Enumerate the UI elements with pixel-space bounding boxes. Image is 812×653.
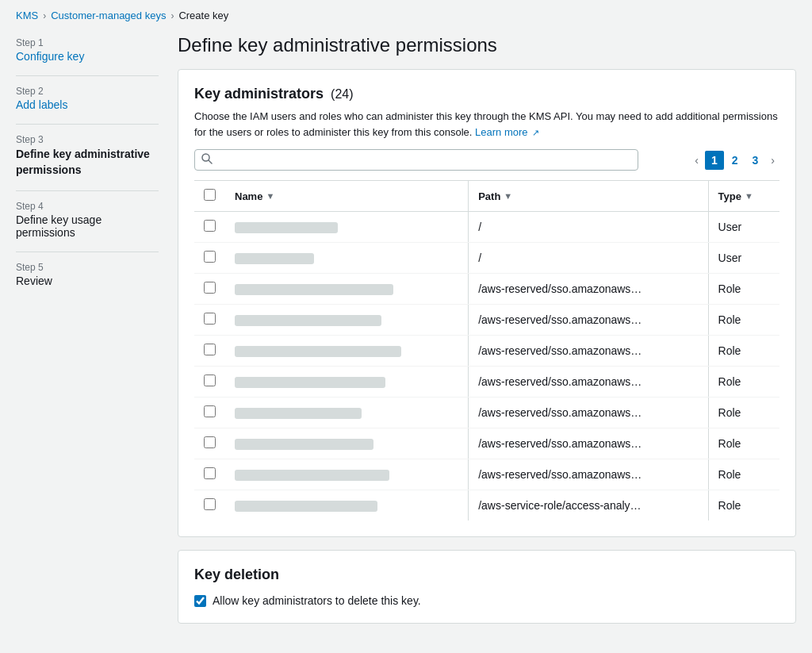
sidebar-add-labels-link[interactable]: Add labels xyxy=(16,98,159,111)
row-name-cell xyxy=(225,274,469,305)
row-checkbox-cell[interactable] xyxy=(194,428,225,459)
allow-deletion-checkbox[interactable] xyxy=(194,595,206,607)
breadcrumb: KMS › Customer-managed keys › Create key xyxy=(0,0,812,31)
sidebar-configure-key-link[interactable]: Configure key xyxy=(16,50,159,63)
sidebar-step-3-label: Step 3 xyxy=(16,134,159,145)
redacted-name xyxy=(235,439,373,450)
row-checkbox[interactable] xyxy=(204,467,216,479)
table-header-row: Name ▼ Path ▼ xyxy=(194,181,779,212)
sidebar-step-4: Step 4 Define key usage permissions xyxy=(16,201,159,239)
table-row: /User xyxy=(194,243,779,274)
row-checkbox-cell[interactable] xyxy=(194,274,225,305)
row-checkbox-cell[interactable] xyxy=(194,305,225,336)
main-content: Define key administrative permissions Ke… xyxy=(178,31,796,643)
row-checkbox[interactable] xyxy=(204,436,216,448)
redacted-name xyxy=(235,222,338,233)
table-row: /aws-reserved/sso.amazonaws…Role xyxy=(194,305,779,336)
row-type-cell: Role xyxy=(708,459,779,490)
search-icon xyxy=(201,153,213,167)
row-path-cell: /aws-reserved/sso.amazonaws… xyxy=(469,459,708,490)
type-sort-icon[interactable]: ▼ xyxy=(745,191,753,201)
search-bar[interactable] xyxy=(194,149,638,171)
row-name-cell xyxy=(225,336,469,367)
sidebar: Step 1 Configure key Step 2 Add labels S… xyxy=(16,31,159,643)
search-pagination-row: ‹ 1 2 3 › xyxy=(194,149,779,180)
page-title: Define key administrative permissions xyxy=(178,34,796,56)
breadcrumb-separator-1: › xyxy=(43,10,46,21)
learn-more-link[interactable]: Learn more ↗ xyxy=(475,126,539,138)
row-checkbox-cell[interactable] xyxy=(194,398,225,428)
redacted-name xyxy=(235,408,362,419)
row-checkbox-cell[interactable] xyxy=(194,336,225,367)
pagination: ‹ 1 2 3 › xyxy=(690,151,779,170)
key-deletion-title: Key deletion xyxy=(194,567,779,583)
row-type-cell: Role xyxy=(708,305,779,336)
th-select-all[interactable] xyxy=(194,181,225,212)
key-administrators-card: Key administrators (24) Choose the IAM u… xyxy=(178,69,796,537)
name-sort-icon[interactable]: ▼ xyxy=(266,191,274,201)
row-checkbox-cell[interactable] xyxy=(194,212,225,243)
breadcrumb-separator-2: › xyxy=(170,10,174,21)
redacted-name xyxy=(235,315,381,326)
breadcrumb-kms-link[interactable]: KMS xyxy=(16,10,38,21)
row-name-cell xyxy=(225,367,469,398)
breadcrumb-cmk-link[interactable]: Customer-managed keys xyxy=(51,10,166,21)
pagination-page-2[interactable]: 2 xyxy=(726,151,745,170)
table-wrapper: Name ▼ Path ▼ xyxy=(194,180,779,520)
pagination-prev-btn[interactable]: ‹ xyxy=(690,151,703,170)
table-row: /aws-reserved/sso.amazonaws…Role xyxy=(194,459,779,490)
administrators-table: Name ▼ Path ▼ xyxy=(194,181,779,520)
sidebar-step-3: Step 3 Define key administrative permiss… xyxy=(16,134,159,178)
table-row: /aws-reserved/sso.amazonaws…Role xyxy=(194,336,779,367)
sidebar-step-1: Step 1 Configure key xyxy=(16,37,159,63)
row-path-cell: /aws-reserved/sso.amazonaws… xyxy=(469,336,708,367)
row-name-cell xyxy=(225,459,469,490)
row-name-cell xyxy=(225,398,469,428)
row-checkbox-cell[interactable] xyxy=(194,367,225,398)
main-layout: Step 1 Configure key Step 2 Add labels S… xyxy=(0,31,812,653)
row-type-cell: Role xyxy=(708,490,779,521)
row-checkbox[interactable] xyxy=(204,498,216,510)
pagination-page-3[interactable]: 3 xyxy=(746,151,765,170)
external-link-icon: ↗ xyxy=(532,128,539,137)
row-checkbox[interactable] xyxy=(204,375,216,386)
row-checkbox[interactable] xyxy=(204,313,216,325)
key-administrators-title: Key administrators (24) xyxy=(194,86,779,102)
row-name-cell xyxy=(225,305,469,336)
select-all-checkbox[interactable] xyxy=(204,189,216,201)
row-path-cell: /aws-reserved/sso.amazonaws… xyxy=(469,274,708,305)
search-input[interactable] xyxy=(217,154,631,167)
row-checkbox[interactable] xyxy=(204,282,216,294)
sidebar-divider-1 xyxy=(16,75,159,76)
row-checkbox-cell[interactable] xyxy=(194,243,225,274)
row-checkbox[interactable] xyxy=(204,251,216,263)
row-type-cell: User xyxy=(708,243,779,274)
sidebar-step-3-text: Define key administrative permissions xyxy=(16,147,159,178)
redacted-name xyxy=(235,501,377,512)
table-row: /aws-reserved/sso.amazonaws…Role xyxy=(194,274,779,305)
sidebar-step-4-label: Step 4 xyxy=(16,201,159,212)
row-name-cell xyxy=(225,243,469,274)
row-name-cell xyxy=(225,490,469,521)
sidebar-step-5-label: Step 5 xyxy=(16,262,159,273)
key-administrators-card-inner: Key administrators (24) Choose the IAM u… xyxy=(178,70,795,536)
key-deletion-card: Key deletion Allow key administrators to… xyxy=(178,550,796,624)
sidebar-step-5: Step 5 Review xyxy=(16,262,159,287)
th-name: Name ▼ xyxy=(225,181,469,212)
pagination-page-1[interactable]: 1 xyxy=(705,151,724,170)
row-checkbox-cell[interactable] xyxy=(194,490,225,521)
sidebar-divider-2 xyxy=(16,124,159,125)
sidebar-step-1-label: Step 1 xyxy=(16,37,159,48)
row-checkbox[interactable] xyxy=(204,405,216,417)
row-path-cell: /aws-reserved/sso.amazonaws… xyxy=(469,428,708,459)
row-path-cell: /aws-reserved/sso.amazonaws… xyxy=(469,367,708,398)
row-type-cell: Role xyxy=(708,398,779,428)
pagination-next-btn[interactable]: › xyxy=(766,151,779,170)
row-checkbox[interactable] xyxy=(204,344,216,355)
sidebar-divider-4 xyxy=(16,252,159,252)
row-type-cell: User xyxy=(708,212,779,243)
path-sort-icon[interactable]: ▼ xyxy=(504,191,512,201)
row-checkbox[interactable] xyxy=(204,220,216,232)
row-checkbox-cell[interactable] xyxy=(194,459,225,490)
redacted-name xyxy=(235,253,314,264)
